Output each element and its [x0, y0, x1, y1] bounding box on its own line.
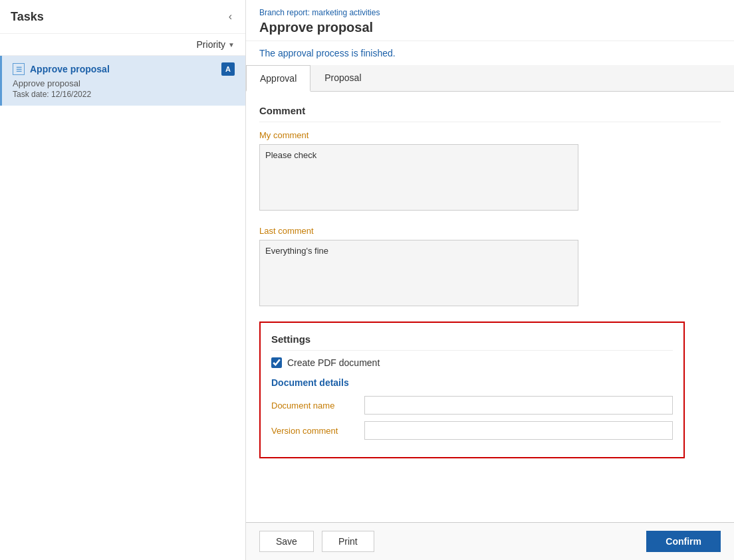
version-comment-row: Version comment — [271, 421, 673, 440]
task-title: Approve proposal — [30, 64, 110, 74]
task-list-item[interactable]: ☰ Approve proposal A Approve proposal Ta… — [0, 56, 245, 106]
task-subtitle: Approve proposal — [13, 78, 235, 88]
version-comment-input[interactable] — [364, 421, 673, 440]
priority-filter-button[interactable]: Priority ▼ — [197, 39, 235, 50]
doc-details-title: Document details — [271, 377, 673, 388]
right-panel: Branch report: marketing activities Appr… — [246, 0, 734, 560]
right-header: Branch report: marketing activities Appr… — [246, 0, 734, 41]
create-pdf-row: Create PDF document — [271, 357, 673, 368]
version-comment-label: Version comment — [271, 426, 364, 436]
document-name-input[interactable] — [364, 396, 673, 415]
breadcrumb: Branch report: marketing activities — [259, 8, 721, 17]
tab-proposal[interactable]: Proposal — [310, 65, 375, 91]
my-comment-block: My comment Please check — [259, 130, 721, 213]
settings-title: Settings — [271, 333, 673, 351]
content-area: Comment My comment Please check Last com… — [246, 92, 734, 522]
document-name-row: Document name — [271, 396, 673, 415]
panel-title: Tasks — [11, 10, 44, 24]
create-pdf-label: Create PDF document — [287, 357, 380, 368]
task-date: Task date: 12/16/2022 — [13, 90, 235, 99]
page-title: Approve proposal — [259, 20, 721, 35]
my-comment-label: My comment — [259, 130, 721, 140]
last-comment-label: Last comment — [259, 226, 721, 236]
left-panel: Tasks ‹ Priority ▼ ☰ Approve proposal A … — [0, 0, 246, 560]
confirm-button[interactable]: Confirm — [646, 531, 721, 552]
document-name-label: Document name — [271, 401, 364, 411]
create-pdf-checkbox[interactable] — [271, 357, 282, 368]
left-header: Tasks ‹ — [0, 0, 245, 34]
task-badge: A — [221, 62, 235, 76]
comment-section-label: Comment — [259, 105, 721, 122]
task-item-header: ☰ Approve proposal A — [13, 62, 235, 76]
last-comment-textarea[interactable]: Everything's fine — [259, 240, 578, 306]
footer-bar: Save Print Confirm — [246, 522, 734, 560]
priority-chevron-icon: ▼ — [228, 41, 235, 48]
settings-box: Settings Create PDF document Document de… — [259, 322, 685, 458]
tab-approval[interactable]: Approval — [246, 65, 310, 92]
tabs-bar: Approval Proposal — [246, 65, 734, 92]
collapse-button[interactable]: ‹ — [226, 8, 235, 25]
footer-left-actions: Save Print — [259, 531, 374, 552]
status-message: The approval process is finished. — [246, 41, 734, 65]
print-button[interactable]: Print — [322, 531, 374, 552]
task-item-title-row: ☰ Approve proposal — [13, 63, 110, 75]
priority-label: Priority — [197, 39, 226, 50]
my-comment-textarea[interactable]: Please check — [259, 144, 578, 211]
task-type-icon: ☰ — [13, 63, 25, 75]
last-comment-block: Last comment Everything's fine — [259, 226, 721, 308]
priority-bar: Priority ▼ — [0, 34, 245, 56]
save-button[interactable]: Save — [259, 531, 314, 552]
